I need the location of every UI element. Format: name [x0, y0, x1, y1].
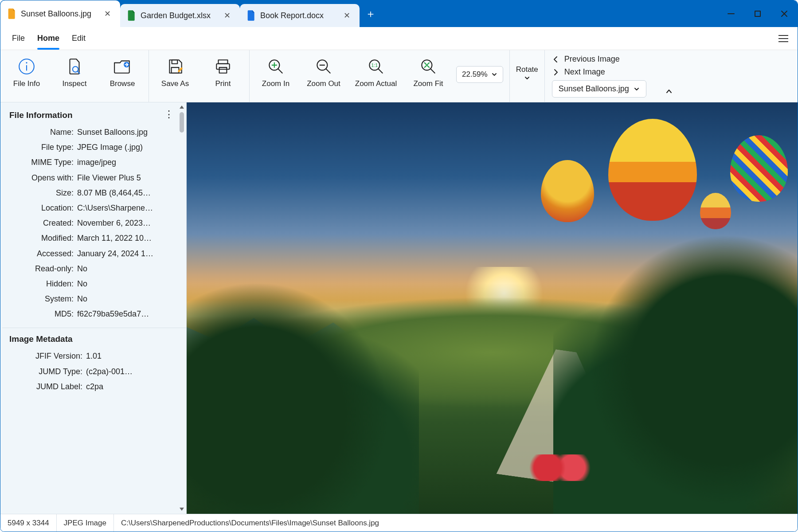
tab-inactive[interactable]: Garden Budget.xlsx ✕ [120, 4, 240, 27]
window-minimize-icon[interactable] [718, 0, 744, 27]
title-bar: Sunset Balloons.jpg ✕ Garden Budget.xlsx… [0, 0, 798, 27]
ribbon: File Info Inspect Browse Save As Print Z… [0, 50, 798, 102]
panel-scrollbar[interactable] [178, 104, 185, 512]
info-value: 1.01 [86, 348, 179, 364]
tab-label: Sunset Balloons.jpg [21, 9, 97, 19]
info-key: Modified: [9, 231, 74, 246]
status-bar: 5949 x 3344 JPEG Image C:\Users\Sharpene… [0, 514, 798, 532]
info-row: JFIF Version:1.01 [9, 348, 179, 364]
info-key: Opens with: [9, 170, 74, 185]
scroll-down-icon[interactable] [179, 506, 185, 512]
scroll-up-icon[interactable] [179, 104, 185, 110]
tab-close-icon[interactable]: ✕ [341, 10, 352, 21]
image-content [187, 102, 798, 514]
info-key: Location: [9, 200, 74, 215]
info-row: Read-only:No [9, 261, 179, 276]
info-key: Created: [9, 215, 74, 231]
info-key: JUMD Type: [9, 364, 82, 379]
info-value: (c2pa)-001… [86, 364, 179, 379]
info-key: File type: [9, 140, 74, 155]
info-row: Created:November 6, 2023… [9, 215, 179, 231]
svg-line-26 [430, 69, 434, 73]
image-metadata-heading: Image Metadata [9, 334, 179, 344]
chevron-down-icon [634, 86, 640, 92]
save-icon [166, 57, 184, 76]
window-maximize-icon[interactable] [744, 0, 771, 27]
svg-rect-12 [219, 60, 228, 63]
info-value: c2pa [86, 379, 179, 394]
info-row: File type:JPEG Image (.jpg) [9, 140, 179, 155]
tab-label: Book Report.docx [260, 11, 336, 20]
print-icon [214, 57, 232, 76]
info-value: C:\Users\Sharpene… [77, 200, 179, 215]
tab-close-icon[interactable]: ✕ [221, 10, 233, 21]
menu-home[interactable]: Home [31, 27, 66, 50]
svg-line-23 [378, 69, 382, 73]
zoom-actual-icon: 1:1 [367, 57, 385, 76]
svg-line-16 [278, 69, 282, 73]
hamburger-icon[interactable] [775, 30, 792, 47]
collapse-ribbon-icon[interactable] [665, 87, 673, 97]
tab-active[interactable]: Sunset Balloons.jpg ✕ [0, 0, 120, 27]
chevron-down-icon [491, 71, 497, 78]
status-filetype: JPEG Image [57, 514, 114, 532]
tab-label: Garden Budget.xlsx [141, 11, 217, 20]
image-viewport[interactable] [187, 102, 798, 514]
info-value: JPEG Image (.jpg) [77, 140, 179, 155]
info-row: Location:C:\Users\Sharpene… [9, 200, 179, 215]
svg-marker-28 [180, 106, 184, 109]
svg-rect-13 [216, 64, 229, 70]
next-image-button[interactable]: Next Image [552, 67, 605, 77]
panel-menu-icon[interactable]: ⋮ [164, 109, 175, 120]
tab-inactive[interactable]: Book Report.docx ✕ [240, 4, 360, 27]
file-info-button[interactable]: File Info [7, 55, 47, 88]
window-close-icon[interactable] [771, 0, 798, 27]
info-row: Opens with:File Viewer Plus 5 [9, 170, 179, 185]
menu-file[interactable]: File [6, 27, 31, 50]
new-tab-button[interactable]: ＋ [360, 0, 382, 27]
info-panel: ⋮ File Information Name:Sunset Balloons.… [0, 102, 187, 514]
svg-point-6 [26, 62, 27, 63]
current-file-combo[interactable]: Sunset Balloons.jpg [552, 80, 646, 98]
info-value: f62c79ba59e5da7… [77, 306, 179, 321]
svg-rect-1 [755, 11, 760, 16]
info-row: Accessed:January 24, 2024 1… [9, 246, 179, 261]
scrollbar-thumb[interactable] [180, 112, 184, 133]
info-row: System:No [9, 291, 179, 306]
file-icon [8, 8, 16, 19]
browse-button[interactable]: Browse [102, 55, 142, 88]
info-key: Name: [9, 125, 74, 140]
file-info-heading: File Information [9, 110, 179, 120]
previous-image-button[interactable]: Previous Image [552, 55, 620, 64]
info-key: Size: [9, 185, 74, 200]
menu-edit[interactable]: Edit [66, 27, 92, 50]
zoom-in-button[interactable]: Zoom In [256, 55, 296, 88]
info-row: JUMD Type:(c2pa)-001… [9, 364, 179, 379]
info-value: image/jpeg [77, 155, 179, 170]
zoom-out-button[interactable]: Zoom Out [304, 55, 344, 88]
zoom-combo[interactable]: 22.59% [456, 66, 503, 83]
info-key: JUMD Label: [9, 379, 82, 394]
svg-rect-10 [172, 60, 178, 63]
tab-close-icon[interactable]: ✕ [102, 8, 113, 20]
info-row: Name:Sunset Balloons.jpg [9, 125, 179, 140]
info-row: MD5:f62c79ba59e5da7… [9, 306, 179, 321]
browse-icon [113, 57, 132, 76]
info-key: MIME Type: [9, 155, 74, 170]
info-value: Sunset Balloons.jpg [77, 125, 179, 140]
save-as-button[interactable]: Save As [155, 55, 195, 88]
info-key: Read-only: [9, 261, 74, 276]
info-value: January 24, 2024 1… [77, 246, 179, 261]
zoom-actual-button[interactable]: 1:1 Zoom Actual [352, 55, 400, 88]
info-value: No [77, 261, 179, 276]
file-icon [127, 10, 136, 21]
file-icon [247, 10, 256, 21]
inspect-button[interactable]: Inspect [55, 55, 94, 88]
chevron-down-icon [524, 75, 530, 81]
info-value: File Viewer Plus 5 [77, 170, 179, 185]
print-button[interactable]: Print [203, 55, 243, 88]
info-key: MD5: [9, 306, 74, 321]
status-dimensions: 5949 x 3344 [0, 514, 57, 532]
rotate-button[interactable]: Rotate [516, 55, 538, 81]
zoom-fit-button[interactable]: Zoom Fit [408, 55, 448, 88]
